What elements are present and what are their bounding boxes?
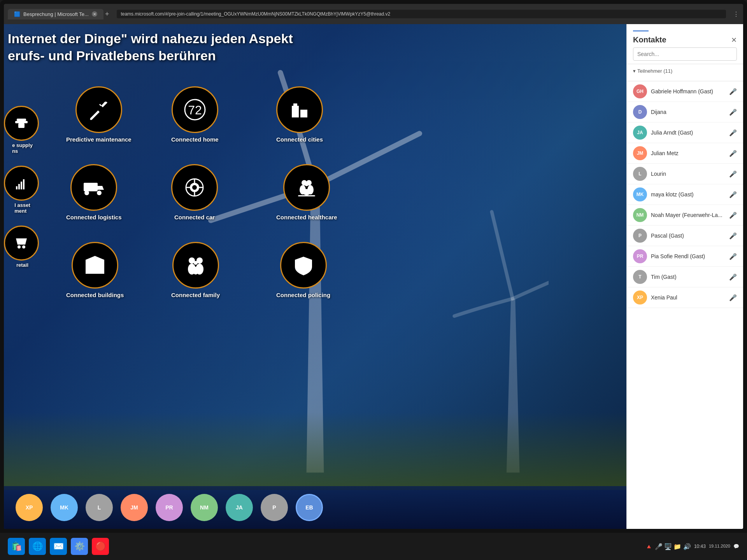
svg-point-42 <box>303 189 310 195</box>
mail-taskbar-icon[interactable]: ✉️ <box>50 538 67 555</box>
mic-icon-dijana: 🎤 <box>729 108 737 116</box>
opera-taskbar-icon[interactable]: 🔴 <box>92 538 109 555</box>
svg-rect-9 <box>23 179 25 189</box>
connected-home-label: Connected home <box>171 136 219 143</box>
contact-name-maya: maya klotz (Gast) <box>651 191 725 198</box>
contact-item-jm: JM Julian Metz 🎤 <box>627 143 743 164</box>
connected-car-label: Connected car <box>174 214 215 220</box>
contact-name-pascal: Pascal (Gast) <box>651 233 725 239</box>
contact-item-nm: NM Noah Mayer (Feuerwehr-La... 🎤 <box>627 205 743 226</box>
svg-rect-21 <box>296 110 298 112</box>
connected-policing-circle: Connected policing <box>276 242 330 298</box>
contact-item-gh: GH Gabriele Hoffmann (Gast) 🎤 <box>627 81 743 102</box>
contact-item-d: D Dijana 🎤 <box>627 102 743 122</box>
connected-healthcare-circle: Connected healthcare <box>276 164 337 220</box>
svg-rect-45 <box>87 264 89 266</box>
browser-menu-icon[interactable]: ⋮ <box>733 10 739 18</box>
contact-name-dijana: Dijana <box>651 109 725 115</box>
svg-rect-17 <box>293 103 297 106</box>
supply-chain-item: e supplyns <box>4 106 39 154</box>
system-clock-time: 10:43 <box>694 544 706 549</box>
svg-rect-48 <box>96 264 99 266</box>
title-line2: erufs- und Privatlebens berühren <box>8 47 502 64</box>
retail-icon-circle <box>4 226 39 261</box>
svg-text:72: 72 <box>188 103 202 117</box>
svg-rect-4 <box>17 119 26 121</box>
contacts-close-button[interactable]: ✕ <box>731 36 737 44</box>
avatar-lourin: L <box>633 167 647 181</box>
connected-buildings-circle: Connected buildings <box>66 242 124 298</box>
svg-rect-51 <box>90 268 93 270</box>
browser-url-bar[interactable]: teams.microsoft.com/#/pre-join-calling/1… <box>117 10 726 18</box>
healthcare-icon-circle <box>283 164 330 211</box>
title-line1: Internet der Dinge" wird nahezu jeden As… <box>8 30 502 47</box>
avatar-ja: JA <box>226 494 253 521</box>
family-icon-circle <box>172 242 219 289</box>
contact-item-t: T Tim (Gast) 🎤 <box>627 267 743 287</box>
contact-name-tim: Tim (Gast) <box>651 274 725 280</box>
svg-rect-50 <box>87 268 89 270</box>
mic-icon-noah: 🎤 <box>729 212 737 219</box>
browser-tab[interactable]: 🟦 Besprechung | Microsoft Te... ✕ <box>8 9 103 19</box>
main-content: Internet der Dinge" wird nahezu jeden As… <box>4 24 743 529</box>
chrome-taskbar-icon[interactable]: ⚙️ <box>71 538 88 555</box>
svg-rect-5 <box>18 123 25 128</box>
svg-rect-6 <box>16 186 18 189</box>
svg-rect-46 <box>90 264 93 266</box>
avatar-p: P <box>261 494 288 521</box>
contacts-header: Kontakte ✕ <box>627 24 743 64</box>
avatar-dijana: D <box>633 105 647 119</box>
contact-name-julia: Julia Arndt (Gast) <box>651 130 725 136</box>
left-items-column: e supplyns l assetment <box>4 106 39 268</box>
participants-section: ▾ Teilnehmer (11) <box>627 64 743 81</box>
connected-family-circle: Connected family <box>171 242 220 298</box>
contacts-search-input[interactable] <box>633 47 737 61</box>
system-tray: 🔺 🎤 🖥️ 📁 🔊 10:43 19.11.2020 💬 <box>645 543 739 550</box>
store-taskbar-icon[interactable]: 🛍️ <box>8 538 25 555</box>
mic-icon-gabriele: 🎤 <box>729 88 737 95</box>
contact-item-ja: JA Julia Arndt (Gast) 🎤 <box>627 122 743 143</box>
asset-label: l assetment <box>12 202 30 214</box>
connected-logistics-label: Connected logistics <box>66 214 122 220</box>
home-icon-circle: 72 <box>172 86 218 133</box>
svg-rect-16 <box>300 110 307 117</box>
svg-point-11 <box>22 245 25 248</box>
avatar-julia: JA <box>633 126 647 140</box>
mic-icon-xenia: 🎤 <box>729 294 737 301</box>
contacts-panel: Kontakte ✕ ▾ Teilnehmer (11) GH Gabriele… <box>626 24 743 529</box>
edge-taskbar-icon[interactable]: 🌐 <box>29 538 46 555</box>
accent-bar <box>633 30 649 32</box>
contact-name-gabriele: Gabriele Hoffmann (Gast) <box>651 88 725 94</box>
participant-bar: XP MK L JM PR NM JA P EB <box>4 486 626 529</box>
avatar-xenia: XP <box>633 290 647 304</box>
asset-icon-circle <box>4 166 39 201</box>
svg-point-32 <box>192 185 197 190</box>
connected-buildings-label: Connected buildings <box>66 292 124 298</box>
avatar-maya: MK <box>633 187 647 201</box>
avatar-pascal: P <box>633 229 647 243</box>
mic-icon-julia: 🎤 <box>729 129 737 136</box>
svg-rect-23 <box>304 111 305 113</box>
buildings-icon-circle <box>72 242 118 289</box>
participants-header[interactable]: ▾ Teilnehmer (11) <box>633 68 737 74</box>
connected-policing-label: Connected policing <box>276 292 330 298</box>
cities-icon-circle <box>276 86 323 133</box>
retail-item: retail <box>4 226 39 268</box>
svg-point-28 <box>97 191 102 195</box>
svg-rect-25 <box>304 114 305 116</box>
system-clock-date: 19.11.2020 <box>709 544 730 549</box>
screen: 🟦 Besprechung | Microsoft Te... ✕ + team… <box>4 4 743 529</box>
avatar-l: L <box>86 494 113 521</box>
notification-icon: 💬 <box>733 544 739 549</box>
predictive-maintenance-circle: Predictive maintenance <box>66 86 132 143</box>
connected-home-circle: 72 Connected home <box>171 86 219 143</box>
tab-close-button[interactable]: ✕ <box>92 11 97 17</box>
mic-icon-julian: 🎤 <box>729 150 737 157</box>
new-tab-button[interactable]: + <box>105 10 109 18</box>
contact-item-l: L Lourin 🎤 <box>627 164 743 184</box>
svg-rect-8 <box>21 182 22 189</box>
contact-item-xp: XP Xenia Paul 🎤 <box>627 287 743 308</box>
svg-rect-19 <box>296 107 298 109</box>
truck-icon-circle <box>70 164 117 211</box>
svg-rect-7 <box>18 184 20 189</box>
